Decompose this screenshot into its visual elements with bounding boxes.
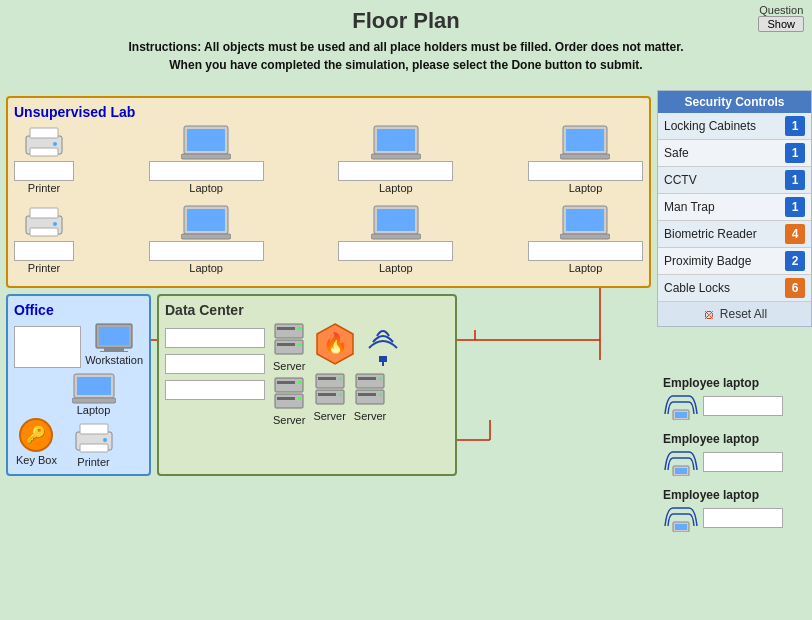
lab-box: Unsupervised Lab Printer <box>6 96 651 288</box>
safe-count: 1 <box>785 143 805 163</box>
svg-rect-51 <box>80 444 108 452</box>
key-box-label: Key Box <box>16 454 57 466</box>
svg-rect-73 <box>339 377 342 380</box>
svg-rect-72 <box>318 377 336 380</box>
security-row-locking-cabinets[interactable]: Locking Cabinets 1 <box>658 113 811 140</box>
svg-rect-22 <box>181 154 231 159</box>
instructions: Instructions: All objects must be used a… <box>0 36 812 76</box>
server2-icon <box>273 376 305 412</box>
reset-label: Reset All <box>720 307 767 321</box>
security-row-cable[interactable]: Cable Locks 6 <box>658 275 811 302</box>
server4-icon <box>354 372 386 408</box>
dc-drop1[interactable] <box>165 328 265 348</box>
datacenter-inner: Server Server <box>165 322 449 426</box>
svg-rect-86 <box>675 468 687 474</box>
dc-drop2[interactable] <box>165 354 265 374</box>
svg-point-32 <box>53 222 57 226</box>
svg-rect-28 <box>560 154 610 159</box>
svg-rect-35 <box>181 234 231 239</box>
lab-label: Unsupervised Lab <box>14 104 643 120</box>
employee-laptop2-icon <box>663 448 699 476</box>
lab-laptop2-drop[interactable] <box>338 161 453 181</box>
locking-cabinets-count: 1 <box>785 116 805 136</box>
svg-rect-65 <box>277 397 295 400</box>
office-label: Office <box>14 302 143 318</box>
instruction-line2: When you have completed the simulation, … <box>20 56 792 74</box>
svg-rect-82 <box>379 393 382 396</box>
lab-laptop2-icon <box>371 124 421 160</box>
cable-label: Cable Locks <box>664 281 730 295</box>
employee-laptop2-drop[interactable] <box>703 452 783 472</box>
server2: Server <box>273 376 305 426</box>
lab-laptop3-drop[interactable] <box>528 161 643 181</box>
lab-laptop4: Laptop <box>149 204 264 274</box>
locking-cabinets-label: Locking Cabinets <box>664 119 756 133</box>
office-laptop-label: Laptop <box>77 404 111 416</box>
security-row-biometric[interactable]: Biometric Reader 4 <box>658 221 811 248</box>
dc-drop3[interactable] <box>165 380 265 400</box>
lab-printer1-drop[interactable] <box>14 161 74 181</box>
svg-rect-40 <box>566 209 604 231</box>
lab-laptop2-label: Laptop <box>379 182 413 194</box>
biometric-label: Biometric Reader <box>664 227 757 241</box>
office-printer-area: Printer <box>44 420 143 468</box>
lab-laptop6-drop[interactable] <box>528 241 643 261</box>
dc-right-col: 🔥 <box>313 322 401 426</box>
lab-laptop1-drop[interactable] <box>149 161 264 181</box>
svg-rect-25 <box>371 154 421 159</box>
office-drop-box[interactable] <box>14 326 81 368</box>
svg-rect-57 <box>298 327 301 330</box>
employee-laptop1-drop[interactable] <box>703 396 783 416</box>
printer2-icon <box>22 204 66 240</box>
svg-rect-66 <box>298 397 301 400</box>
office-laptop-icon <box>72 372 116 404</box>
lab-printer2-drop[interactable] <box>14 241 74 261</box>
employee-laptop3-drop[interactable] <box>703 508 783 528</box>
datacenter-box: Data Center <box>157 294 457 476</box>
show-button[interactable]: Show <box>758 16 804 32</box>
man-trap-label: Man Trap <box>664 200 715 214</box>
lab-laptop3: Laptop <box>528 124 643 194</box>
reset-icon: ⦻ <box>702 306 716 322</box>
security-row-proximity[interactable]: Proximity Badge 2 <box>658 248 811 275</box>
svg-rect-62 <box>277 381 295 384</box>
svg-rect-17 <box>30 128 58 138</box>
svg-rect-64 <box>275 394 303 408</box>
svg-rect-63 <box>298 381 301 384</box>
security-row-cctv[interactable]: CCTV 1 <box>658 167 811 194</box>
server-row2: Server Server <box>313 372 401 422</box>
security-row-man-trap[interactable]: Man Trap 1 <box>658 194 811 221</box>
svg-rect-37 <box>377 209 415 231</box>
printer1-icon <box>22 124 66 160</box>
question-label: Question <box>758 4 804 16</box>
lab-laptop5-icon <box>371 204 421 240</box>
office-printer-icon <box>72 420 116 456</box>
svg-rect-74 <box>316 390 344 404</box>
key-box-icon: 🔑 <box>17 416 55 454</box>
employee-laptop1-label: Employee laptop <box>663 376 806 390</box>
datacenter-drops <box>165 328 265 426</box>
lab-laptop6-icon <box>560 204 610 240</box>
server1-icon <box>273 322 305 358</box>
lab-laptop1: Laptop <box>149 124 264 194</box>
wireless-item <box>365 322 401 366</box>
svg-rect-71 <box>316 374 344 388</box>
employee-laptop1-row <box>663 392 806 420</box>
lab-row2: Printer Laptop Laptop <box>14 204 643 274</box>
server3-icon <box>314 372 346 408</box>
reset-row[interactable]: ⦻ Reset All <box>658 302 811 326</box>
svg-rect-81 <box>358 393 376 396</box>
cctv-label: CCTV <box>664 173 697 187</box>
employee-laptop3-group: Employee laptop <box>663 488 806 532</box>
svg-rect-61 <box>275 378 303 392</box>
employee-laptop3-label: Employee laptop <box>663 488 806 502</box>
security-controls-panel: Security Controls Locking Cabinets 1 Saf… <box>657 90 812 327</box>
firewall-wireless-row: 🔥 <box>313 322 401 366</box>
svg-rect-84 <box>675 412 687 418</box>
canvas-area: Unsupervised Lab Printer <box>0 90 657 620</box>
lab-laptop5-drop[interactable] <box>338 241 453 261</box>
security-panel-header: Security Controls <box>658 91 811 113</box>
security-row-safe[interactable]: Safe 1 <box>658 140 811 167</box>
lab-printer2: Printer <box>14 204 74 274</box>
lab-laptop4-drop[interactable] <box>149 241 264 261</box>
